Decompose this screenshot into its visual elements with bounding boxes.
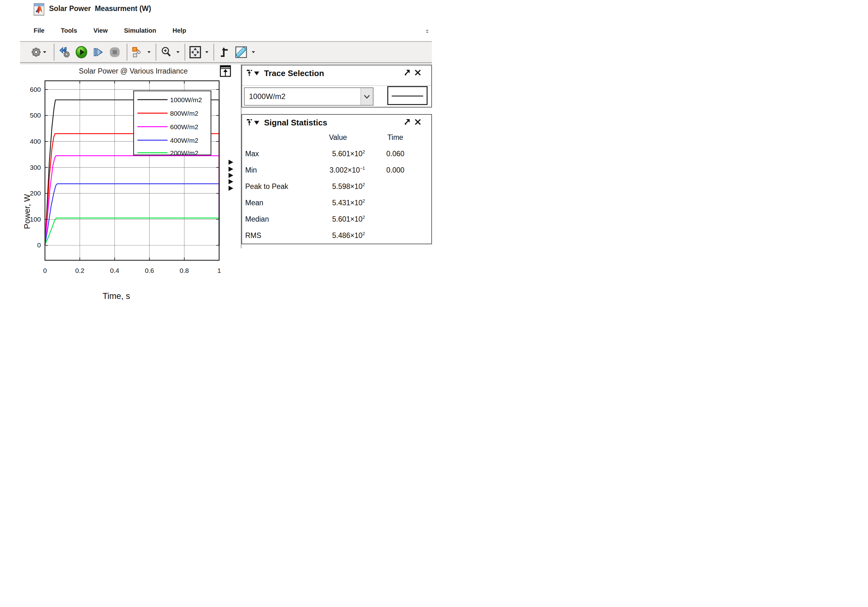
zoom-in-icon <box>160 46 173 59</box>
fit-dropdown[interactable] <box>205 45 209 59</box>
svg-text:0.4: 0.4 <box>110 267 119 274</box>
svg-text:300: 300 <box>30 164 41 171</box>
fit-to-view-button[interactable] <box>189 45 202 59</box>
trace-dropdown-value: 1000W/m2 <box>245 88 361 105</box>
menubar: File Tools View Simulation Help <box>34 27 186 34</box>
svg-text:600: 600 <box>30 86 41 93</box>
series-200w-m2 <box>45 218 219 246</box>
stat-label: Peak to Peak <box>245 182 310 191</box>
zoom-in-button[interactable] <box>160 45 173 59</box>
highlight-block-icon <box>59 46 71 58</box>
svg-text:1: 1 <box>217 267 221 274</box>
stat-value: 5.601×102 <box>310 149 366 158</box>
legend-label: 400W/m2 <box>170 137 198 144</box>
stat-label: Median <box>245 215 310 223</box>
legend-label: 200W/m2 <box>170 149 198 156</box>
line-style-preview[interactable] <box>388 86 428 105</box>
plot-title: Solar Power @ Various Irradiance <box>45 67 222 76</box>
measurements-dropdown[interactable] <box>251 45 256 59</box>
series-400w-m2 <box>45 184 219 246</box>
stats-header-value: Value <box>310 133 366 142</box>
zoom-dropdown[interactable] <box>176 45 180 59</box>
trace-selection-title: Trace Selection <box>264 68 324 78</box>
step-forward-button[interactable] <box>92 45 105 59</box>
stat-label: Min <box>245 166 310 175</box>
line-style-sample <box>392 96 423 96</box>
window-edge-artifact <box>426 30 429 34</box>
svg-text:0: 0 <box>43 267 47 274</box>
fit-to-view-icon <box>189 46 202 59</box>
x-axis-label: Time, s <box>77 291 156 301</box>
pin-icon[interactable] <box>246 69 253 77</box>
pin-icon[interactable] <box>246 119 253 126</box>
menu-item-help[interactable]: Help <box>173 27 186 34</box>
trace-dropdown-button[interactable] <box>361 88 373 105</box>
toolbar-separator <box>54 44 54 61</box>
undock-icon[interactable] <box>404 69 411 76</box>
measurements-button[interactable] <box>235 45 247 59</box>
svg-text:400: 400 <box>30 138 41 145</box>
trace-selection-panel: Trace Selection 1000W/m2 <box>242 65 432 107</box>
stats-row: Max5.601×1020.060 <box>245 146 429 162</box>
window-title: Solar Power Measurment (W) <box>49 5 151 13</box>
settings-dropdown[interactable] <box>42 45 47 59</box>
plot-panel: Solar Power @ Various Irradiance 0100200… <box>20 64 240 304</box>
stats-header-time: Time <box>366 133 425 142</box>
svg-text:0: 0 <box>37 242 41 249</box>
signal-statistics-title: Signal Statistics <box>264 118 327 128</box>
close-icon[interactable] <box>414 69 421 76</box>
menu-item-simulation[interactable]: Simulation <box>124 27 156 34</box>
stats-table: Value Time Max5.601×1020.060Min3.002×10−… <box>245 129 429 244</box>
ruler-icon <box>235 46 247 59</box>
chevron-down-icon <box>147 51 151 53</box>
signal-selector-icon <box>131 46 144 59</box>
svg-text:0.2: 0.2 <box>75 267 84 274</box>
chevron-down-icon <box>176 51 180 53</box>
stat-label: RMS <box>245 231 310 240</box>
toolbar-separator <box>127 44 127 61</box>
gear-icon <box>30 46 42 58</box>
close-icon[interactable] <box>414 119 421 125</box>
menu-item-tools[interactable]: Tools <box>60 27 77 34</box>
header-divider <box>242 85 431 86</box>
chevron-down-icon <box>205 51 209 53</box>
stop-button[interactable] <box>108 45 121 59</box>
toolbar-separator <box>214 44 214 61</box>
highlight-simulink-block-button[interactable] <box>59 45 71 59</box>
chevron-down-icon <box>251 51 255 53</box>
collapse-icon[interactable] <box>254 121 259 125</box>
y-axis-label: Power, W <box>22 185 32 238</box>
dock-icon[interactable] <box>220 65 231 77</box>
stat-value: 5.598×102 <box>310 182 366 191</box>
signal-selector-dropdown[interactable] <box>147 45 151 59</box>
collapse-icon[interactable] <box>254 71 259 76</box>
signal-statistics-panel: Signal Statistics Value Time Max5.601×10… <box>242 114 432 244</box>
trigger-button[interactable] <box>219 45 231 59</box>
trace-dropdown[interactable]: 1000W/m2 <box>244 87 374 105</box>
chevron-down-icon <box>364 94 370 99</box>
stats-row: RMS5.486×102 <box>245 227 429 244</box>
matlab-window-icon <box>34 3 44 16</box>
legend-label: 800W/m2 <box>170 110 198 117</box>
stat-label: Max <box>245 150 310 158</box>
stat-label: Mean <box>245 199 310 207</box>
legend[interactable]: 1000W/m2800W/m2600W/m2400W/m2200W/m2 <box>133 91 211 156</box>
toolbar <box>20 41 432 63</box>
stat-value: 5.486×102 <box>310 231 366 240</box>
plot-canvas[interactable]: 010020030040050060000.20.40.60.811000W/m… <box>20 64 240 304</box>
chevron-down-icon <box>43 51 46 53</box>
stats-row: Min3.002×10−10.000 <box>245 162 429 178</box>
settings-gear-button[interactable] <box>30 45 42 59</box>
menu-item-view[interactable]: View <box>93 27 107 34</box>
legend-label: 1000W/m2 <box>170 96 202 104</box>
trigger-icon <box>219 46 231 59</box>
run-icon <box>75 46 88 59</box>
run-button[interactable] <box>75 45 88 59</box>
undock-icon[interactable] <box>404 119 411 125</box>
toolbar-separator <box>184 44 185 61</box>
svg-text:500: 500 <box>30 111 41 119</box>
signal-selector-button[interactable] <box>131 45 144 59</box>
stat-time: 0.000 <box>366 166 425 175</box>
svg-text:0.6: 0.6 <box>145 267 154 274</box>
menu-item-file[interactable]: File <box>34 27 44 34</box>
